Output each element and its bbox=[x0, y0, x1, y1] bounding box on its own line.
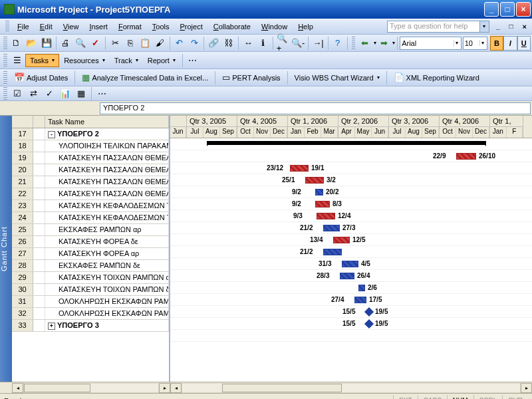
task-name-cell[interactable]: ΥΛΟΠΟΙΗΣΗ ΤΕΛΙΚΩΝ ΠΑΡΑΚΑΜ bbox=[45, 140, 169, 152]
task-name-cell[interactable]: ΚΑΤΑΣΚΕΥΗ ΠΑΣΣΑΛΩΝ ΘΕΜΕΛ bbox=[45, 176, 169, 188]
font-name-combo[interactable]: Arial▾ bbox=[400, 37, 462, 50]
menu-file[interactable]: File bbox=[12, 21, 35, 33]
month-header[interactable]: Jun bbox=[170, 127, 186, 138]
month-header[interactable]: Nov bbox=[254, 127, 271, 138]
mdi-restore-button[interactable]: _ bbox=[493, 23, 503, 30]
task-row[interactable]: 21ΚΑΤΑΣΚΕΥΗ ΠΑΣΣΑΛΩΝ ΘΕΜΕΛ bbox=[12, 176, 169, 188]
gantt-body[interactable]: 22/926/1023/1219/125/13/29/220/29/28/39/… bbox=[170, 138, 532, 342]
gantt-chart[interactable]: JunQtr 3, 2005JulAugSepQtr 4, 2005OctNov… bbox=[170, 116, 532, 382]
row-id[interactable]: 18 bbox=[12, 140, 33, 152]
month-header[interactable]: Feb bbox=[305, 127, 321, 138]
toolbar-grip[interactable] bbox=[3, 37, 7, 50]
mdi-close-button[interactable]: × bbox=[520, 23, 529, 31]
timescale[interactable]: JunQtr 3, 2005JulAugSepQtr 4, 2005OctNov… bbox=[170, 116, 532, 138]
task-row[interactable]: 32ΟΛΟΚΛΗΡΩΣΗ ΕΚΣΚΑΦΩΝ ΡΑΜ bbox=[12, 308, 169, 320]
scroll-thumb[interactable] bbox=[222, 384, 342, 392]
menu-format[interactable]: Format bbox=[113, 21, 147, 33]
row-id[interactable]: 22 bbox=[12, 188, 33, 200]
views-button[interactable]: ☰ bbox=[10, 53, 25, 68]
close-button[interactable]: × bbox=[516, 2, 531, 17]
menu-view[interactable]: View bbox=[58, 21, 84, 33]
task-name-cell[interactable]: ΕΚΣΚΑΦΕΣ ΡΑΜΠΩΝ δε bbox=[45, 260, 169, 271]
task-row[interactable]: 31ΟΛΟΚΛΗΡΩΣΗ ΕΚΣΚΑΦΩΝ ΡΑΜ bbox=[12, 296, 169, 308]
row-id[interactable]: 33 bbox=[12, 320, 33, 331]
scroll-right-button[interactable]: ▸ bbox=[159, 383, 170, 393]
summary-bar[interactable] bbox=[207, 141, 486, 145]
month-header[interactable]: Oct bbox=[440, 127, 456, 138]
task-row[interactable]: 19ΚΑΤΑΣΚΕΥΗ ΠΑΣΣΑΛΩΝ ΘΕΜΕΛ bbox=[12, 152, 169, 164]
task-name-cell[interactable]: ΚΑΤΑΣΕΚΥΗ ΦΟΡΕΑ αρ bbox=[45, 248, 169, 259]
row-id[interactable]: 29 bbox=[12, 272, 33, 283]
entry-field[interactable]: ΥΠΟΕΡΓΟ 2 bbox=[100, 102, 531, 114]
task-row[interactable]: 20ΚΑΤΑΣΚΕΥΗ ΠΑΣΣΑΛΩΝ ΘΕΜΕΛ bbox=[12, 164, 169, 176]
row-id-header[interactable] bbox=[12, 116, 33, 128]
row-id[interactable]: 28 bbox=[12, 260, 33, 271]
task-name-cell[interactable]: ΚΑΤΑΣΚΕΥΗ ΠΑΣΣΑΛΩΝ ΘΕΜΕΛ bbox=[45, 152, 169, 164]
mdi-max-button[interactable]: □ bbox=[507, 23, 516, 30]
visio-wbs-button[interactable]: Visio WBS Chart Wizard▾ bbox=[290, 71, 384, 84]
month-header[interactable]: Dec bbox=[473, 127, 489, 138]
quarter-header[interactable]: Qtr 4, 2006OctNovDec bbox=[440, 116, 490, 138]
row-id[interactable]: 20 bbox=[12, 164, 33, 176]
row-id[interactable]: 25 bbox=[12, 224, 33, 235]
row-id[interactable]: 17 bbox=[12, 128, 33, 140]
cut-button[interactable]: ✂ bbox=[108, 36, 122, 51]
task-row[interactable]: 29ΚΑΤΑΣΚΕΥΗ ΤΟΙΧΩΝ ΡΑΜΠΩΝ α bbox=[12, 272, 169, 284]
tracking-btn-2[interactable]: ⇄ bbox=[26, 86, 41, 101]
month-header[interactable]: F bbox=[507, 127, 523, 138]
gantt-bar[interactable] bbox=[317, 213, 335, 219]
month-header[interactable]: Jul bbox=[389, 127, 406, 138]
track-view-button[interactable]: Track▾ bbox=[110, 54, 143, 67]
task-name-cell[interactable]: -ΥΠΟΕΡΓΟ 2 bbox=[45, 128, 169, 140]
help-search-dropdown[interactable]: ▾ bbox=[480, 21, 489, 33]
gantt-bar[interactable] bbox=[333, 237, 350, 243]
menu-window[interactable]: Window bbox=[256, 21, 293, 33]
nav-back-button[interactable]: ⬅ bbox=[358, 36, 371, 51]
quarter-header[interactable]: Qtr 3, 2005JulAugSep bbox=[187, 116, 237, 138]
chevron-down-icon[interactable]: ▾ bbox=[374, 40, 376, 46]
gantt-bar[interactable] bbox=[354, 297, 366, 303]
task-name-cell[interactable]: ΟΛΟΚΛΗΡΩΣΗ ΕΚΣΚΑΦΩΝ ΡΑΜ bbox=[45, 308, 169, 319]
task-name-cell[interactable]: ΚΑΤΑΣΚΕΥΗ ΚΕΦΑΛΟΔΕΣΜΩΝ Τ bbox=[45, 212, 169, 223]
toolbar-options-button[interactable]: ⋯ bbox=[186, 53, 200, 68]
italic-button[interactable]: I bbox=[503, 36, 517, 51]
menu-tools[interactable]: Tools bbox=[147, 21, 175, 33]
nav-fwd-button[interactable]: ➡ bbox=[377, 36, 390, 51]
task-name-header[interactable]: Task Name bbox=[45, 116, 169, 128]
month-header[interactable]: Aug bbox=[406, 127, 422, 138]
tracking-btn-1[interactable]: ☑ bbox=[10, 86, 25, 101]
gantt-bar[interactable] bbox=[342, 261, 358, 267]
unlink-button[interactable]: ⛓ bbox=[222, 36, 235, 51]
quarter-header[interactable]: Qtr 3, 2006JulAugSep bbox=[389, 116, 440, 138]
task-row[interactable]: 22ΚΑΤΑΣΚΕΥΗ ΠΑΣΣΑΛΩΝ ΘΕΜΕΛ bbox=[12, 188, 169, 200]
month-header[interactable]: Sep bbox=[220, 127, 237, 138]
pert-button[interactable]: ▭PERT Analysis bbox=[217, 70, 285, 85]
row-id[interactable]: 31 bbox=[12, 296, 33, 307]
task-row[interactable]: 17-ΥΠΟΕΡΓΟ 2 bbox=[12, 128, 169, 140]
gantt-bar[interactable] bbox=[456, 153, 476, 160]
menu-collaborate[interactable]: Collaborate bbox=[208, 21, 256, 33]
month-header[interactable]: Mar bbox=[321, 127, 338, 138]
month-header[interactable]: May bbox=[355, 127, 372, 138]
row-id[interactable]: 30 bbox=[12, 284, 33, 295]
row-id[interactable]: 27 bbox=[12, 248, 33, 259]
task-name-cell[interactable]: ΚΑΤΑΣΚΕΥΗ ΠΑΣΣΑΛΩΝ ΘΕΜΕΛ bbox=[45, 188, 169, 200]
toolbar-grip[interactable] bbox=[3, 71, 7, 84]
scroll-thumb[interactable] bbox=[24, 384, 90, 392]
help-button[interactable]: ? bbox=[331, 36, 344, 51]
tasks-view-button[interactable]: Tasks▾ bbox=[25, 54, 59, 67]
underline-button[interactable]: U bbox=[517, 36, 531, 51]
row-id[interactable]: 21 bbox=[12, 176, 33, 188]
link-button[interactable]: 🔗 bbox=[207, 36, 220, 51]
redo-button[interactable]: ↷ bbox=[188, 36, 201, 51]
copy-button[interactable]: ⎘ bbox=[123, 36, 136, 51]
tracking-btn-3[interactable]: ✓ bbox=[42, 86, 57, 101]
task-row[interactable]: 25ΕΚΣΚΑΦΕΣ ΡΑΜΠΩΝ αρ bbox=[12, 224, 169, 236]
task-row[interactable]: 30ΚΑΤΑΣΚΕΥΗ ΤΟΙΧΩΝ ΡΑΜΠΩΝ δ bbox=[12, 284, 169, 296]
scroll-left-button[interactable]: ◂ bbox=[170, 383, 182, 393]
quarter-header[interactable]: Qtr 4, 2005OctNovDec bbox=[237, 116, 288, 138]
month-header[interactable]: Dec bbox=[271, 127, 287, 138]
task-name-cell[interactable]: ΚΑΤΑΣΚΕΥΗ ΚΕΦΑΛΟΔΕΣΜΩΝ Τ bbox=[45, 200, 169, 211]
chevron-down-icon[interactable]: ▾ bbox=[392, 40, 395, 46]
row-id[interactable]: 19 bbox=[12, 152, 33, 164]
